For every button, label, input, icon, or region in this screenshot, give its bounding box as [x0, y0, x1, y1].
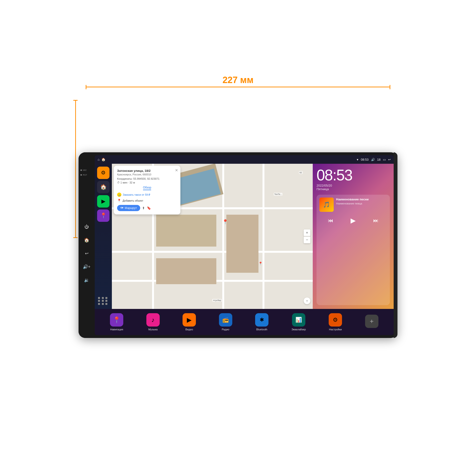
taxi-label: Заказать такси от 59 ₽ [123, 193, 151, 196]
map-number-2: Атусбер [212, 299, 222, 302]
navigation-icon: 📍 [110, 313, 123, 326]
status-time: 08:53 [361, 158, 369, 161]
music-info: Наименование песни Наименование певца [336, 198, 387, 212]
home-status-icon: ⌂ [98, 157, 100, 161]
rst-dot [81, 174, 82, 176]
height-arrow-line [75, 100, 76, 238]
settings-label: Настройки [329, 328, 342, 331]
equalizer-icon-symbol: 📊 [295, 317, 302, 323]
music-label: Музыка [148, 328, 157, 331]
status-bar: ⌂ 🏠 ▾ 08:53 🔊 18 ▭ ↩ [95, 155, 394, 164]
wifi-icon: ▾ [357, 158, 358, 161]
sidebar-grid-menu[interactable] [97, 296, 109, 306]
mic-dot [81, 170, 82, 171]
popup-coords-label: Координаты: 55.994500, 92.923071 [117, 177, 177, 180]
bluetooth-label: Bluetooth [256, 328, 267, 331]
share-icon[interactable]: ⬆ [142, 206, 145, 210]
sidebar-android-app[interactable]: ▶ [97, 195, 109, 207]
sidebar-home-app[interactable]: 🏠 [97, 181, 109, 193]
taxi-icon: 🚕 [117, 192, 121, 197]
clock-day: Пятница [317, 187, 390, 191]
popup-btn-row: Обзор [117, 186, 177, 190]
nav-icon-symbol: 📍 [113, 316, 120, 324]
prev-track-button[interactable]: ⏮ [328, 218, 333, 224]
equalizer-label: Эквалайзер [291, 328, 306, 331]
add-object-button[interactable]: 📍 Добавить объект [117, 199, 177, 203]
building-4 [156, 258, 216, 284]
music-icon: ♪ [146, 313, 160, 326]
grid-dot-6 [105, 300, 107, 302]
back-icon: ↩ [388, 158, 391, 161]
app-navigation[interactable]: 📍 Навигация [110, 313, 123, 331]
radio-label: Радио [222, 328, 229, 331]
settings-app-icon-symbol: ⚙ [333, 317, 338, 323]
grid-dot-4 [98, 300, 100, 302]
app-sidebar: ⚙ 🏠 ▶ 📍 [95, 164, 112, 309]
music-controls: ⏮ ▶ ⏭ [319, 217, 387, 224]
road-v3 [262, 164, 264, 309]
app-bluetooth[interactable]: ✱ Bluetooth [255, 313, 269, 331]
next-track-button[interactable]: ⏭ [373, 218, 378, 224]
sidebar-maps-app[interactable]: 📍 [97, 209, 109, 222]
equalizer-icon: 📊 [292, 313, 305, 326]
app-music[interactable]: ♪ Музыка [146, 313, 160, 331]
volume-down-button[interactable]: 🔉 [82, 276, 91, 284]
app-radio[interactable]: 📻 Радио [219, 313, 232, 331]
bluetooth-icon: ✱ [255, 313, 269, 326]
building-2 [156, 215, 216, 247]
coords-label-text: Координаты: [117, 177, 133, 180]
app-settings[interactable]: ⚙ Настройки [329, 313, 342, 331]
home2-status-icon: 🏠 [102, 157, 105, 161]
app-video[interactable]: ▶ Видео [183, 313, 196, 331]
grid-dot-7 [98, 303, 100, 305]
volume-up-button[interactable]: 🔊+ [82, 262, 91, 271]
app-equalizer[interactable]: 📊 Эквалайзер [291, 313, 306, 331]
android-icon: ▶ [102, 198, 105, 204]
add-app-icon: + [365, 315, 378, 328]
grid-dot-1 [98, 297, 100, 299]
home-button[interactable]: 🏠 [82, 236, 91, 244]
right-info-panel: 08:53 2022/05/20 Пятница 🎵 Наименование … [313, 164, 394, 309]
route-button[interactable]: 🗺 Маршрут [117, 205, 140, 211]
taxi-button[interactable]: 🚕 Заказать такси от 59 ₽ [117, 192, 177, 197]
dimension-width: 227 мм [86, 75, 390, 87]
zoom-in-button[interactable]: + [304, 229, 310, 236]
video-icon-symbol: ▶ [187, 316, 192, 324]
sidebar-settings-app[interactable]: ⚙ [97, 167, 109, 179]
popup-time: ⏱ 1 мин · 32 м [117, 181, 177, 184]
video-icon: ▶ [183, 313, 196, 326]
bluetooth-icon-symbol: ✱ [260, 317, 264, 323]
map-pin-2: 📍 [258, 262, 262, 265]
popup-address-sub: Красноярск, Россия, 660010 [117, 173, 177, 176]
width-arrow-line [86, 87, 390, 87]
grid-dot-2 [102, 297, 104, 299]
clock-date: 2022/05/20 [317, 184, 390, 187]
power-button[interactable]: ⏻ [82, 222, 91, 231]
coords-value: 55.994500, 92.923071 [133, 177, 159, 180]
grid-dot-8 [102, 303, 104, 305]
location-icon: 📍 [100, 213, 107, 219]
add-label: Добавить объект [122, 199, 143, 202]
radio-icon-symbol: 📻 [222, 317, 229, 323]
map-number-1: 62 [299, 171, 303, 174]
overview-button[interactable]: Обзор [143, 186, 151, 190]
map-compass[interactable]: ↑ [304, 298, 310, 304]
road-h2 [112, 251, 313, 253]
radio-icon: 📻 [219, 313, 232, 326]
play-pause-button[interactable]: ▶ [351, 217, 356, 224]
popup-address-title: Затонская улица, 18/2 [117, 169, 177, 172]
app-add[interactable]: + [365, 315, 378, 329]
map-area[interactable]: 62 Атусбер ТехТе... 📍 📍 ✕ Затонская улиц… [112, 164, 313, 309]
back-button[interactable]: ↩ [82, 249, 91, 258]
main-content-area: ⚙ 🏠 ▶ 📍 [95, 164, 394, 309]
zoom-out-button[interactable]: − [304, 237, 310, 243]
right-device-edge [394, 152, 397, 338]
popup-close-button[interactable]: ✕ [175, 168, 178, 172]
clock-section: 08:53 2022/05/20 Пятница [317, 168, 390, 191]
bookmark-icon[interactable]: 🔖 [147, 206, 151, 210]
mic-indicator: MIC [81, 169, 87, 171]
mic-label: MIC [83, 169, 87, 171]
status-left: ⌂ 🏠 [98, 157, 105, 161]
add-app-icon-symbol: + [370, 318, 374, 325]
grid-dot-3 [105, 297, 107, 299]
